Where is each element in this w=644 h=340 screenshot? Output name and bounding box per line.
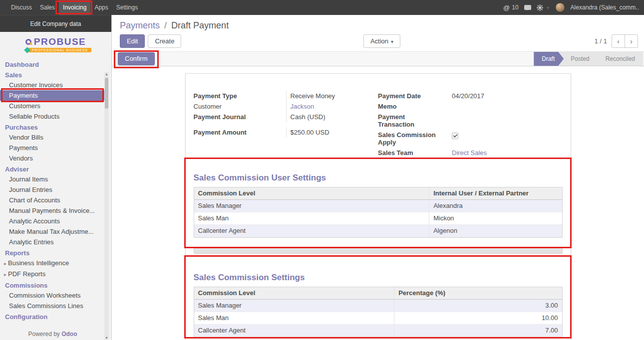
cell-level: Callcenter Agent <box>194 225 430 237</box>
create-button[interactable]: Create <box>148 34 181 48</box>
confirm-button[interactable]: Confirm <box>118 52 155 65</box>
action-label: Action <box>370 37 388 45</box>
table-row[interactable]: Callcenter Agent 7.00 <box>194 325 562 337</box>
field-sales-commission-apply: Sales Commission Apply <box>378 130 563 148</box>
field-value: 04/20/2017 <box>448 91 563 101</box>
column-commission-level[interactable]: Commission Level <box>194 287 395 299</box>
field-label: Payment Journal <box>194 112 286 122</box>
edit-company-button[interactable]: Edit Company data <box>0 15 111 32</box>
nav-item-journal-entries[interactable]: Journal Entries <box>0 184 105 195</box>
nav-item-business-intelligence[interactable]: ▸Business Intelligence <box>0 258 105 269</box>
breadcrumb-payments[interactable]: Payments <box>120 20 160 30</box>
messages-icon[interactable] <box>524 5 531 10</box>
status-draft[interactable]: Draft <box>534 52 564 66</box>
menu-settings[interactable]: Settings <box>112 0 142 15</box>
breadcrumb: Payments / Draft Payment <box>120 19 644 31</box>
scroll-down-icon[interactable]: ▼ <box>104 336 109 340</box>
table-row[interactable]: Sales Manager 3.00 <box>194 300 562 312</box>
field-label: Memo <box>378 101 448 112</box>
nav-section-dashboard[interactable]: Dashboard <box>0 59 105 69</box>
table-header-row: Commission Level Internal User / Externa… <box>194 187 562 200</box>
scrollbar-thumb[interactable] <box>105 78 108 109</box>
menu-invoicing[interactable]: Invoicing <box>59 0 90 15</box>
table-row[interactable]: Sales Man Mickon <box>194 212 562 225</box>
nav-item-commission-worksheets[interactable]: Commission Worksheets <box>0 290 105 301</box>
table-row[interactable]: Callcenter Agent Algenon <box>194 225 562 237</box>
nav-section-commissions[interactable]: Commissions <box>0 280 105 290</box>
field-label: Sales Team <box>378 148 448 158</box>
pager-previous-button[interactable]: ‹ <box>612 34 625 48</box>
field-label: Payment Type <box>194 91 286 101</box>
app-sidebar: Edit Company data PROBUSE PROFESSIONAL B… <box>0 15 112 340</box>
field-customer: Customer Jackson <box>194 101 378 112</box>
nav-item-manual-payments-invoice[interactable]: Manual Payments & Invoice... <box>0 205 105 216</box>
column-internal-user[interactable]: Internal User / External Partner <box>429 187 562 199</box>
cell-level: Sales Man <box>194 212 430 224</box>
menu-sales[interactable]: Sales <box>36 0 59 15</box>
pager: 1 / 1 ‹ › <box>595 34 638 48</box>
menu-discuss[interactable]: Discuss <box>7 0 36 15</box>
topbar-right: @ 10 ▾ Alexandra (Sales_comm.. <box>503 0 644 15</box>
nav-section-reports[interactable]: Reports <box>0 247 105 258</box>
table-header-row: Commission Level Percentage (%) <box>194 287 562 300</box>
sidebar-nav: Dashboard Sales Customer Invoices Paymen… <box>0 57 105 322</box>
powered-by-text: Powered by <box>28 331 59 338</box>
user-menu[interactable]: Alexandra (Sales_comm.. <box>571 4 639 11</box>
nav-item-analytic-entries[interactable]: Analytic Entries <box>0 237 105 247</box>
expand-right-icon: ▸ <box>4 261 6 266</box>
customer-link[interactable]: Jackson <box>291 103 315 110</box>
nav-item-analytic-accounts[interactable]: Analytic Accounts <box>0 216 105 226</box>
pager-counter: 1 / 1 <box>595 37 607 45</box>
activity-counter[interactable]: @ 10 <box>503 4 519 11</box>
nav-section-configuration[interactable]: Configuration <box>0 311 105 322</box>
sidebar-scrollbar[interactable]: ▲ ▼ <box>104 72 109 340</box>
nav-item-journal-items[interactable]: Journal Items <box>0 174 105 184</box>
company-logo[interactable]: PROBUSE PROFESSIONAL BUSINESS <box>0 32 111 57</box>
nav-item-customer-invoices[interactable]: Customer Invoices <box>0 80 105 90</box>
nav-item-sales-commissions-lines[interactable]: Sales Commissions Lines <box>0 301 105 311</box>
nav-item-payments-purchase[interactable]: Payments <box>0 143 105 153</box>
odoo-link[interactable]: Odoo <box>61 331 77 338</box>
field-label: Payment Date <box>378 91 448 101</box>
nav-item-chart-of-accounts[interactable]: Chart of Accounts <box>0 195 105 205</box>
action-dropdown-button[interactable]: Action▾ <box>363 34 400 48</box>
field-payment-transaction: Payment Transaction <box>378 112 563 130</box>
edit-button[interactable]: Edit <box>120 34 145 48</box>
field-sales-team: Sales Team Direct Sales <box>378 148 563 158</box>
caret-down-icon: ▾ <box>547 5 550 10</box>
commission-settings-title: Sales Commission Settings <box>194 273 563 283</box>
field-payment-journal: Payment Journal Cash (USD) <box>194 112 378 122</box>
status-posted[interactable]: Posted <box>558 52 598 66</box>
at-icon: @ <box>503 4 510 11</box>
table-row[interactable]: Sales Man 10.00 <box>194 312 562 325</box>
table-horizontal-scrollbar[interactable] <box>194 248 563 254</box>
nav-item-sellable-products[interactable]: Sellable Products <box>0 111 105 122</box>
column-percentage[interactable]: Percentage (%) <box>394 287 562 299</box>
nav-item-pdf-reports[interactable]: ▸PDF Reports <box>0 269 105 280</box>
cell-user: Mickon <box>429 212 562 224</box>
nav-section-sales[interactable]: Sales <box>0 69 105 80</box>
field-payment-amount: Payment Amount $250.00 USD <box>194 127 378 138</box>
cell-user: Alexandra <box>429 200 562 212</box>
debug-menu[interactable]: ▾ <box>537 4 550 11</box>
pager-next-button[interactable]: › <box>625 34 638 48</box>
scroll-up-icon[interactable]: ▲ <box>104 72 109 76</box>
nav-item-customers[interactable]: Customers <box>0 101 105 111</box>
breadcrumb-separator: / <box>162 20 169 30</box>
menu-apps[interactable]: Apps <box>90 0 112 15</box>
field-value: Receive Money <box>286 91 378 101</box>
nav-section-adviser[interactable]: Adviser <box>0 164 105 174</box>
powered-by: Powered by Odoo <box>0 329 105 339</box>
sales-team-link[interactable]: Direct Sales <box>452 149 487 157</box>
sales-commission-apply-checkbox[interactable] <box>452 133 458 139</box>
control-panel: Payments / Draft Payment Edit Create Act… <box>112 15 644 51</box>
table-row[interactable]: Sales Manager Alexandra <box>194 200 562 212</box>
nav-item-payments[interactable]: Payments <box>0 90 105 101</box>
nav-item-vendors[interactable]: Vendors <box>0 153 105 164</box>
field-payment-date: Payment Date 04/20/2017 <box>378 91 563 101</box>
nav-section-purchases[interactable]: Purchases <box>0 122 105 132</box>
column-commission-level[interactable]: Commission Level <box>194 187 430 199</box>
status-reconciled[interactable]: Reconciled <box>593 52 643 66</box>
nav-item-vendor-bills[interactable]: Vendor Bills <box>0 132 105 143</box>
nav-item-make-manual-tax-adjustments[interactable]: Make Manual Tax Adjustme... <box>0 226 105 237</box>
